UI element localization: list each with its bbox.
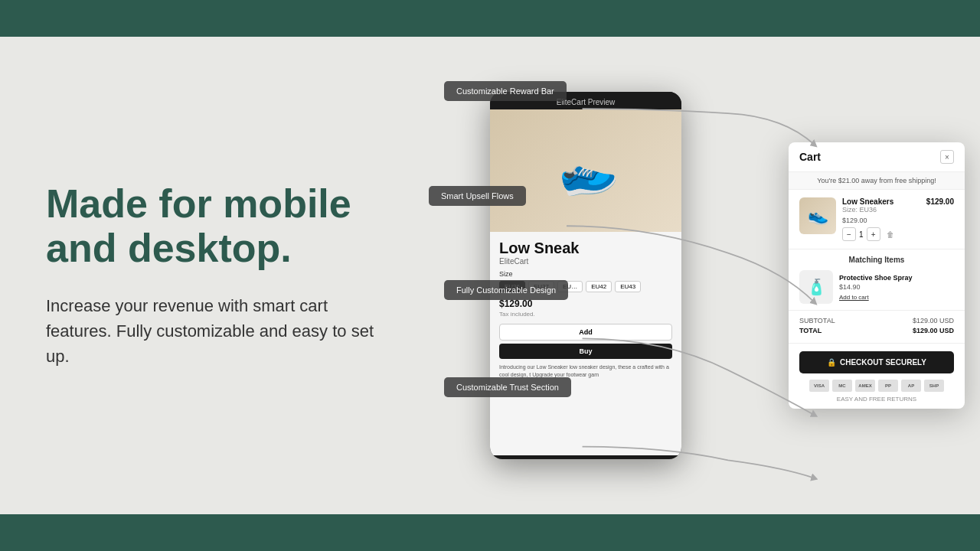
matching-title: Matching Items: [799, 256, 954, 264]
bottom-bar: [0, 514, 980, 551]
qty-decrease-btn[interactable]: −: [842, 227, 856, 241]
matching-item-price: $14.90: [839, 283, 954, 291]
main-heading: Made for mobile and desktop.: [46, 182, 383, 269]
qty-value: 1: [859, 230, 864, 239]
callout-upsell-flows: Smart Upsell Flows: [429, 186, 526, 206]
matching-item-image: 🧴: [799, 270, 833, 304]
cart-item-name: Low Sneakers: [842, 197, 893, 206]
callout-reward-bar: Customizable Reward Bar: [444, 81, 567, 101]
matching-item-details: Protective Shoe Spray $14.90 Add to cart: [839, 274, 954, 301]
add-to-cart-preview-btn[interactable]: Add: [499, 324, 672, 341]
remove-item-btn[interactable]: 🗑: [887, 230, 894, 239]
shoe-image: 👟: [550, 135, 622, 206]
product-image-area: 👟: [490, 109, 681, 232]
matching-add-to-cart-btn[interactable]: Add to cart: [839, 294, 954, 301]
returns-text: EASY AND FREE RETURNS: [799, 396, 954, 403]
cart-item-price2: $129.00: [842, 217, 954, 224]
matching-item: 🧴 Protective Shoe Spray $14.90 Add to ca…: [799, 270, 954, 304]
paypal-icon: PP: [878, 380, 898, 392]
product-info: Low Sneak EliteCart Size EU36 EU37 EU… E…: [490, 232, 681, 386]
main-content: Made for mobile and desktop. Increase yo…: [0, 37, 980, 514]
matching-section: Matching Items 🧴 Protective Shoe Spray $…: [789, 249, 965, 311]
cart-item-size: Size: EU36: [842, 206, 954, 214]
cart-item-top: Low Sneakers $129.00: [842, 197, 954, 206]
product-price: $129.00: [499, 298, 672, 309]
cart-footer: 🔒 CHECKOUT SECURELY VISA MC AMEX PP AP S…: [789, 344, 965, 409]
subtotal-row: SUBTOTAL $129.00 USD: [799, 317, 954, 324]
buy-now-preview-btn[interactable]: Buy: [499, 344, 672, 359]
total-value: $129.00 USD: [913, 327, 954, 334]
mastercard-icon: MC: [832, 380, 852, 392]
qty-controls: − 1 + 🗑: [842, 227, 954, 241]
subtotal-label: SUBTOTAL: [799, 317, 835, 324]
product-title: Low Sneak: [499, 240, 672, 257]
cart-close-button[interactable]: ×: [940, 150, 954, 164]
top-bar: [0, 0, 980, 37]
apple-pay-icon: AP: [901, 380, 921, 392]
brand-name: EliteCart: [499, 257, 672, 266]
cart-item-details: Low Sneakers $129.00 Size: EU36 $129.00 …: [842, 197, 954, 241]
shop-icon: SHP: [924, 380, 944, 392]
app-preview: EliteCart Preview 👟 Low Sneak EliteCart …: [490, 92, 681, 459]
subtotal-value: $129.00 USD: [913, 317, 954, 324]
amex-icon: AMEX: [855, 380, 875, 392]
callout-design: Fully Customizable Design: [444, 280, 568, 300]
cart-header: Cart ×: [789, 142, 965, 172]
cart-item-image: 👟: [799, 197, 836, 234]
reward-bar: You're $21.00 away from free shipping!: [789, 172, 965, 190]
qty-increase-btn[interactable]: +: [867, 227, 880, 241]
cart-item: 👟 Low Sneakers $129.00 Size: EU36 $129.0…: [789, 190, 965, 249]
size-eu43[interactable]: EU43: [615, 281, 641, 292]
checkout-button[interactable]: 🔒 CHECKOUT SECURELY: [799, 351, 954, 373]
size-label: Size: [499, 270, 672, 278]
cart-panel: Cart × You're $21.00 away from free ship…: [789, 142, 965, 409]
sub-text: Increase your revenue with smart cart fe…: [46, 293, 383, 369]
visa-icon: VISA: [809, 380, 829, 392]
checkout-label: CHECKOUT SECURELY: [840, 358, 926, 367]
matching-item-name: Protective Shoe Spray: [839, 274, 954, 282]
left-section: Made for mobile and desktop. Increase yo…: [0, 152, 429, 399]
cart-totals: SUBTOTAL $129.00 USD TOTAL $129.00 USD: [789, 311, 965, 344]
right-section: EliteCart Preview 👟 Low Sneak EliteCart …: [429, 37, 980, 514]
total-row: TOTAL $129.00 USD: [799, 327, 954, 334]
total-label: TOTAL: [799, 327, 822, 334]
tax-text: Tax included.: [499, 311, 672, 318]
cart-item-price-display: $129.00: [926, 197, 954, 206]
size-eu42[interactable]: EU42: [586, 281, 612, 292]
cart-title: Cart: [799, 151, 821, 163]
callout-trust: Customizable Trust Section: [444, 377, 571, 397]
lock-icon: 🔒: [827, 358, 836, 367]
product-desc: Introducing our Low Sneaker low sneaker …: [499, 364, 672, 379]
payment-icons: VISA MC AMEX PP AP SHP: [799, 380, 954, 392]
